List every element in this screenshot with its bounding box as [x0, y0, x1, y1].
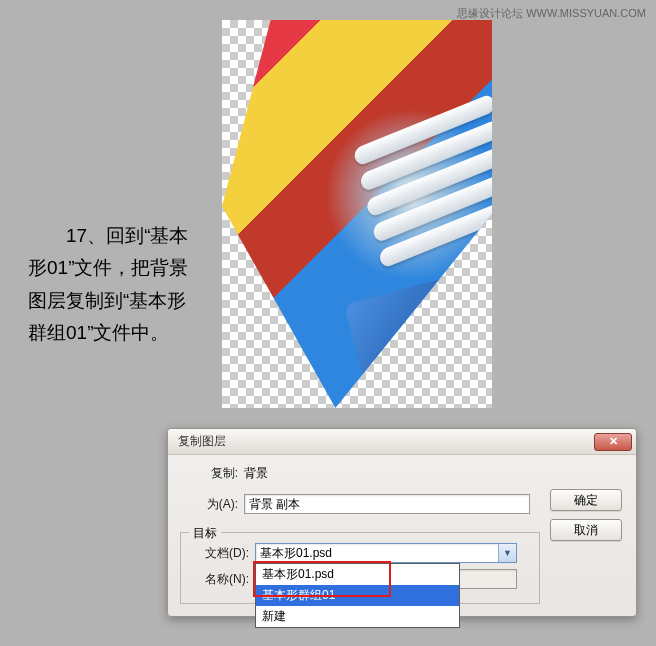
copy-value: 背景 [244, 465, 268, 482]
target-legend: 目标 [189, 525, 221, 542]
masked-photo [222, 20, 492, 408]
dropdown-option[interactable]: 基本形群组01 [256, 585, 459, 606]
as-input[interactable] [244, 494, 530, 514]
copy-label: 复制: [180, 465, 244, 482]
combobox-value: 基本形01.psd [260, 545, 332, 562]
dialog-titlebar[interactable]: 复制图层 ✕ [168, 429, 636, 455]
dropdown-option[interactable]: 新建 [256, 606, 459, 627]
ok-button[interactable]: 确定 [550, 489, 622, 511]
document-dropdown-list: 基本形01.psd 基本形群组01 新建 [255, 563, 460, 628]
close-button[interactable]: ✕ [594, 433, 632, 451]
as-label: 为(A): [180, 496, 244, 513]
name-label: 名称(N): [191, 571, 255, 588]
canvas-checkerboard [222, 20, 492, 408]
cancel-button[interactable]: 取消 [550, 519, 622, 541]
target-fieldset: 目标 文档(D): 基本形01.psd ▼ 基本形01.psd 基本形群组01 … [180, 532, 540, 604]
watermark-top: 思缘设计论坛 WWW.MISSYUAN.COM [457, 6, 646, 21]
chevron-down-icon: ▼ [498, 544, 516, 562]
dropdown-option[interactable]: 基本形01.psd [256, 564, 459, 585]
close-icon: ✕ [609, 435, 618, 448]
duplicate-layer-dialog: 复制图层 ✕ 复制: 背景 为(A): 目标 文档(D): 基本形01.psd [167, 428, 637, 617]
dialog-title: 复制图层 [178, 433, 226, 450]
document-combobox[interactable]: 基本形01.psd ▼ 基本形01.psd 基本形群组01 新建 [255, 543, 517, 563]
step-instruction: 17、回到“基本形01”文件，把背景图层复制到“基本形群组01”文件中。 [28, 220, 204, 349]
document-label: 文档(D): [191, 545, 255, 562]
